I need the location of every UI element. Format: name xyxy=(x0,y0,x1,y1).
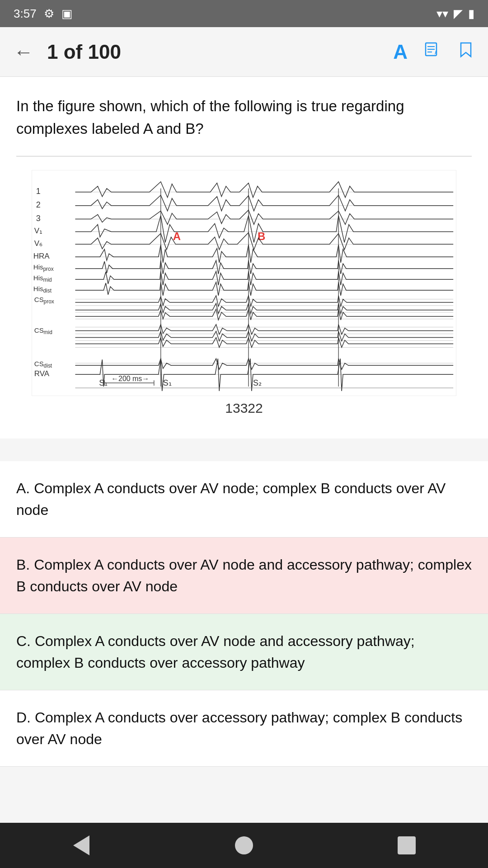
bottom-spacer xyxy=(0,767,488,812)
figure-container: 1 2 3 V₁ V₆ HRA Hisprox Hismid Hisdist C… xyxy=(16,165,472,439)
page-indicator: 1 of 100 xyxy=(47,41,393,63)
settings-icon: ⚙ xyxy=(44,7,54,21)
back-triangle-icon xyxy=(73,835,89,855)
answer-item-b[interactable]: B. Complex A conducts over AV node and a… xyxy=(0,538,488,614)
home-nav-button[interactable] xyxy=(226,827,262,863)
svg-text:CSmid: CSmid xyxy=(34,326,52,335)
status-left: 3:57 ⚙ ▣ xyxy=(14,7,73,21)
recent-nav-button[interactable] xyxy=(389,827,425,863)
divider xyxy=(16,156,472,156)
answer-item-d[interactable]: D. Complex A conducts over accessory pat… xyxy=(0,690,488,767)
top-bar-icons: A xyxy=(393,41,474,63)
back-button[interactable]: ← xyxy=(14,41,33,63)
svg-text:Hisprox: Hisprox xyxy=(33,263,54,272)
svg-text:RVA: RVA xyxy=(34,369,50,378)
answer-text-b: B. Complex A conducts over AV node and a… xyxy=(16,557,472,594)
svg-text:CSdist: CSdist xyxy=(34,360,52,369)
svg-text:V₁: V₁ xyxy=(34,226,42,235)
question-text: In the figure shown, which of the follow… xyxy=(16,95,472,140)
signal-icon: ◤ xyxy=(454,7,463,21)
time-display: 3:57 xyxy=(14,7,37,21)
svg-text:CSprox: CSprox xyxy=(34,296,54,305)
status-right: ▾▾ ◤ ▮ xyxy=(436,7,474,21)
font-size-button[interactable]: A xyxy=(393,41,408,63)
svg-text:HRA: HRA xyxy=(33,252,50,260)
status-bar: 3:57 ⚙ ▣ ▾▾ ◤ ▮ xyxy=(0,0,488,27)
svg-text:Hisdist: Hisdist xyxy=(33,285,52,294)
svg-text:S₂: S₂ xyxy=(253,378,262,387)
answer-item-a[interactable]: A. Complex A conducts over AV node; comp… xyxy=(0,461,488,538)
svg-text:S₁: S₁ xyxy=(163,378,172,387)
top-nav-bar: ← 1 of 100 A xyxy=(0,27,488,77)
answer-item-c[interactable]: C. Complex A conducts over AV node and a… xyxy=(0,614,488,690)
figure-number: 13322 xyxy=(16,401,472,416)
svg-text:B: B xyxy=(258,230,265,242)
answer-text-c: C. Complex A conducts over AV node and a… xyxy=(16,633,415,671)
edit-notes-button[interactable] xyxy=(424,41,441,62)
recent-square-icon xyxy=(398,836,416,854)
svg-text:V₆: V₆ xyxy=(34,239,42,248)
answer-text-a: A. Complex A conducts over AV node; comp… xyxy=(16,480,446,518)
bottom-nav-bar xyxy=(0,823,488,868)
svg-text:2: 2 xyxy=(36,200,41,209)
svg-text:A: A xyxy=(173,230,181,242)
svg-text:Hismid: Hismid xyxy=(33,274,52,283)
svg-text:←200 ms→: ←200 ms→ xyxy=(111,375,149,382)
battery-icon: ▮ xyxy=(468,7,474,21)
home-circle-icon xyxy=(235,836,253,854)
answer-text-d: D. Complex A conducts over accessory pat… xyxy=(16,709,462,747)
section-gap xyxy=(0,439,488,452)
answers-section: A. Complex A conducts over AV node; comp… xyxy=(0,452,488,812)
svg-text:3: 3 xyxy=(36,214,41,223)
clipboard-icon: ▣ xyxy=(61,7,73,21)
wifi-icon: ▾▾ xyxy=(436,7,448,21)
svg-text:1: 1 xyxy=(36,187,41,196)
main-content: In the figure shown, which of the follow… xyxy=(0,77,488,439)
bookmark-button[interactable] xyxy=(457,41,474,62)
back-nav-button[interactable] xyxy=(63,827,99,863)
ecg-image: 1 2 3 V₁ V₆ HRA Hisprox Hismid Hisdist C… xyxy=(16,170,472,396)
